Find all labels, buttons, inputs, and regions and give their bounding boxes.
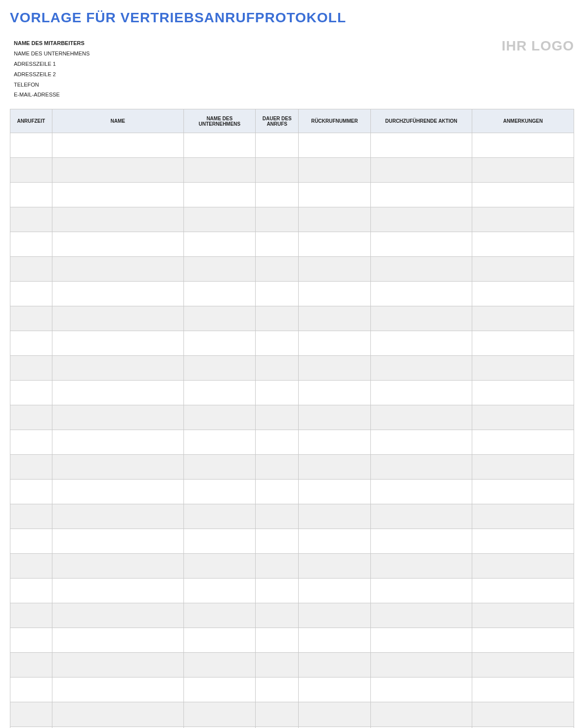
- table-cell[interactable]: [299, 381, 370, 405]
- table-cell[interactable]: [10, 504, 52, 529]
- table-cell[interactable]: [370, 356, 472, 381]
- table-cell[interactable]: [256, 529, 299, 554]
- table-cell[interactable]: [256, 579, 299, 603]
- table-cell[interactable]: [256, 158, 299, 183]
- table-cell[interactable]: [256, 405, 299, 430]
- table-cell[interactable]: [299, 232, 370, 257]
- table-cell[interactable]: [183, 282, 255, 306]
- table-cell[interactable]: [472, 158, 574, 183]
- table-cell[interactable]: [299, 653, 370, 678]
- table-cell[interactable]: [256, 183, 299, 207]
- table-cell[interactable]: [10, 282, 52, 306]
- table-cell[interactable]: [183, 158, 255, 183]
- table-cell[interactable]: [370, 529, 472, 554]
- table-cell[interactable]: [183, 257, 255, 282]
- table-cell[interactable]: [183, 356, 255, 381]
- table-cell[interactable]: [52, 603, 183, 628]
- table-cell[interactable]: [370, 554, 472, 579]
- table-cell[interactable]: [52, 133, 183, 158]
- table-cell[interactable]: [299, 158, 370, 183]
- table-cell[interactable]: [299, 306, 370, 331]
- table-cell[interactable]: [10, 529, 52, 554]
- table-cell[interactable]: [256, 306, 299, 331]
- table-cell[interactable]: [299, 579, 370, 603]
- table-cell[interactable]: [10, 331, 52, 356]
- table-cell[interactable]: [183, 331, 255, 356]
- table-cell[interactable]: [370, 232, 472, 257]
- table-cell[interactable]: [370, 282, 472, 306]
- table-cell[interactable]: [370, 405, 472, 430]
- table-cell[interactable]: [183, 430, 255, 455]
- table-cell[interactable]: [370, 183, 472, 207]
- table-cell[interactable]: [10, 381, 52, 405]
- table-cell[interactable]: [472, 331, 574, 356]
- table-cell[interactable]: [183, 678, 255, 702]
- table-cell[interactable]: [370, 702, 472, 727]
- table-cell[interactable]: [10, 579, 52, 603]
- table-cell[interactable]: [183, 529, 255, 554]
- table-cell[interactable]: [299, 603, 370, 628]
- table-cell[interactable]: [472, 529, 574, 554]
- table-cell[interactable]: [256, 480, 299, 504]
- table-cell[interactable]: [370, 455, 472, 480]
- table-cell[interactable]: [52, 381, 183, 405]
- table-cell[interactable]: [52, 628, 183, 653]
- table-cell[interactable]: [370, 158, 472, 183]
- table-cell[interactable]: [299, 133, 370, 158]
- table-cell[interactable]: [472, 480, 574, 504]
- table-cell[interactable]: [52, 356, 183, 381]
- table-cell[interactable]: [299, 678, 370, 702]
- table-cell[interactable]: [299, 257, 370, 282]
- table-cell[interactable]: [10, 306, 52, 331]
- table-cell[interactable]: [299, 430, 370, 455]
- table-cell[interactable]: [370, 678, 472, 702]
- table-cell[interactable]: [256, 603, 299, 628]
- table-cell[interactable]: [256, 430, 299, 455]
- table-cell[interactable]: [183, 405, 255, 430]
- table-cell[interactable]: [299, 529, 370, 554]
- table-cell[interactable]: [370, 579, 472, 603]
- table-cell[interactable]: [256, 702, 299, 727]
- table-cell[interactable]: [256, 678, 299, 702]
- table-cell[interactable]: [299, 207, 370, 232]
- table-cell[interactable]: [256, 455, 299, 480]
- table-cell[interactable]: [256, 628, 299, 653]
- table-cell[interactable]: [370, 480, 472, 504]
- table-cell[interactable]: [472, 257, 574, 282]
- table-cell[interactable]: [472, 356, 574, 381]
- table-cell[interactable]: [256, 381, 299, 405]
- table-cell[interactable]: [52, 455, 183, 480]
- table-cell[interactable]: [183, 628, 255, 653]
- table-cell[interactable]: [370, 306, 472, 331]
- table-cell[interactable]: [472, 133, 574, 158]
- table-cell[interactable]: [299, 282, 370, 306]
- table-cell[interactable]: [10, 183, 52, 207]
- table-cell[interactable]: [183, 183, 255, 207]
- table-cell[interactable]: [472, 603, 574, 628]
- table-cell[interactable]: [52, 183, 183, 207]
- table-cell[interactable]: [472, 381, 574, 405]
- table-cell[interactable]: [370, 430, 472, 455]
- table-cell[interactable]: [52, 405, 183, 430]
- table-cell[interactable]: [370, 504, 472, 529]
- table-cell[interactable]: [52, 306, 183, 331]
- table-cell[interactable]: [472, 554, 574, 579]
- table-cell[interactable]: [52, 554, 183, 579]
- table-cell[interactable]: [299, 455, 370, 480]
- table-cell[interactable]: [183, 603, 255, 628]
- table-cell[interactable]: [52, 678, 183, 702]
- table-cell[interactable]: [183, 207, 255, 232]
- table-cell[interactable]: [10, 678, 52, 702]
- table-cell[interactable]: [472, 628, 574, 653]
- table-cell[interactable]: [10, 702, 52, 727]
- table-cell[interactable]: [299, 480, 370, 504]
- table-cell[interactable]: [10, 430, 52, 455]
- table-cell[interactable]: [472, 653, 574, 678]
- table-cell[interactable]: [52, 257, 183, 282]
- table-cell[interactable]: [183, 554, 255, 579]
- table-cell[interactable]: [52, 430, 183, 455]
- table-cell[interactable]: [183, 455, 255, 480]
- table-cell[interactable]: [10, 554, 52, 579]
- table-cell[interactable]: [52, 282, 183, 306]
- table-cell[interactable]: [299, 554, 370, 579]
